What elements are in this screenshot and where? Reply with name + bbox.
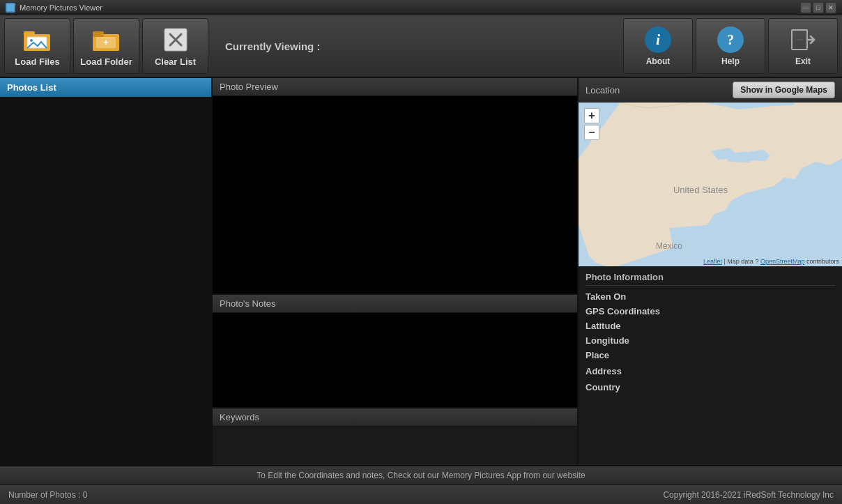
bottom-message: To Edit the Coordinates and notes, Check… xyxy=(257,471,585,480)
taken-on-row: Taken On xyxy=(585,291,835,302)
photos-list-content[interactable] xyxy=(0,98,211,465)
country-row: Country xyxy=(585,382,835,392)
longitude-label: Longitude xyxy=(585,335,669,346)
about-label: About xyxy=(646,56,671,66)
load-folder-button[interactable]: + Load Folder xyxy=(73,18,139,74)
exit-button[interactable]: Exit xyxy=(768,18,838,74)
photos-notes-label: Photo's Notes xyxy=(220,298,276,309)
load-files-label: Load Files xyxy=(15,56,59,67)
help-circle-icon: ? xyxy=(717,26,744,53)
close-button[interactable]: ✕ xyxy=(825,2,836,13)
keywords-label: Keywords xyxy=(220,412,259,422)
place-row: Place xyxy=(585,350,835,360)
photo-preview-label: Photo Preview xyxy=(220,82,278,92)
country-label: Country xyxy=(585,382,669,392)
load-folder-icon: + xyxy=(93,26,121,54)
currently-viewing-label: Currently Viewing : xyxy=(225,40,320,52)
svg-rect-2 xyxy=(24,31,35,37)
load-folder-label: Load Folder xyxy=(80,56,132,67)
contributors-text: contributors xyxy=(806,258,839,265)
window-controls: — □ ✕ xyxy=(800,2,836,13)
exit-icon xyxy=(789,26,817,54)
svg-point-4 xyxy=(30,39,33,42)
toolbar: Load Files + Load Folder Clear List Curr… xyxy=(0,15,842,78)
load-files-button[interactable]: Load Files xyxy=(4,18,70,74)
map-controls: + − xyxy=(584,108,599,140)
help-label: Help xyxy=(721,56,740,66)
svg-text:+: + xyxy=(103,37,109,47)
leaflet-link[interactable]: Leaflet xyxy=(703,258,722,265)
maximize-button[interactable]: □ xyxy=(813,2,824,13)
main-area: Photos List Photo Preview Photo's Notes … xyxy=(0,78,842,465)
clear-list-icon xyxy=(162,26,190,54)
latitude-label: Latitude xyxy=(585,321,669,331)
address-label: Address xyxy=(585,366,669,376)
about-button[interactable]: i About xyxy=(623,18,693,74)
photos-notes-area[interactable] xyxy=(213,313,577,407)
help-icon: ? xyxy=(717,26,744,54)
gps-coordinates-label: GPS Coordinates xyxy=(585,306,669,316)
currently-viewing: Currently Viewing : xyxy=(211,40,620,52)
copyright: Copyright 2016-2021 iRedSoft Technology … xyxy=(663,490,834,500)
clear-list-label: Clear List xyxy=(155,56,196,67)
photo-info-section: Photo Information Taken On GPS Coordinat… xyxy=(579,266,842,465)
show-in-google-maps-button[interactable]: Show in Google Maps xyxy=(733,82,835,98)
photos-list-header: Photos List xyxy=(0,78,211,98)
exit-label: Exit xyxy=(795,56,811,66)
longitude-row: Longitude xyxy=(585,335,835,346)
photo-information-title: Photo Information xyxy=(585,272,835,286)
taken-on-label: Taken On xyxy=(585,291,669,302)
right-panel: Location Show in Google Maps United Stat… xyxy=(579,78,842,465)
photos-list-title: Photos List xyxy=(7,82,56,93)
photo-preview-area xyxy=(213,96,577,293)
map-data-text: | Map data ? xyxy=(724,258,759,265)
status-bar: Number of Photos : 0 Copyright 2016-2021… xyxy=(0,484,842,504)
osm-link[interactable]: OpenStreetMap xyxy=(760,258,805,265)
photos-notes-header: Photo's Notes xyxy=(213,293,577,313)
app-icon xyxy=(6,3,15,13)
photos-count: Number of Photos : 0 xyxy=(8,490,87,500)
place-label: Place xyxy=(585,350,669,360)
map-zoom-in-button[interactable]: + xyxy=(584,108,599,123)
svg-rect-0 xyxy=(7,4,14,11)
app-title: Memory Pictures Viewer xyxy=(20,3,800,12)
svg-text:México: México xyxy=(656,241,682,251)
keywords-area[interactable] xyxy=(213,427,577,465)
map-attribution: Leaflet | Map data ? OpenStreetMap contr… xyxy=(703,258,839,265)
zoom-in-icon: + xyxy=(588,109,595,122)
photos-list-panel: Photos List xyxy=(0,78,213,465)
exit-door-icon xyxy=(790,26,816,53)
gps-coordinates-row: GPS Coordinates xyxy=(585,306,835,316)
keywords-header: Keywords xyxy=(213,407,577,427)
zoom-out-icon: − xyxy=(588,126,595,139)
center-panel: Photo Preview Photo's Notes Keywords xyxy=(213,78,579,465)
minimize-button[interactable]: — xyxy=(800,2,811,13)
bottom-bar: To Edit the Coordinates and notes, Check… xyxy=(0,465,842,484)
location-header-row: Location Show in Google Maps xyxy=(579,78,842,102)
clear-list-button[interactable]: Clear List xyxy=(142,18,208,74)
map-container: United States México + − Leaflet | Map d… xyxy=(579,102,842,266)
load-files-icon xyxy=(24,26,52,54)
svg-rect-6 xyxy=(93,31,104,37)
title-bar: Memory Pictures Viewer — □ ✕ xyxy=(0,0,842,15)
help-button[interactable]: ? Help xyxy=(696,18,765,74)
info-circle-icon: i xyxy=(645,26,671,53)
latitude-row: Latitude xyxy=(585,321,835,331)
map-svg: United States México xyxy=(579,102,842,266)
address-row: Address xyxy=(585,366,835,376)
location-label: Location xyxy=(585,85,620,96)
photo-preview-header: Photo Preview xyxy=(213,78,577,96)
svg-text:United States: United States xyxy=(673,185,728,195)
map-zoom-out-button[interactable]: − xyxy=(584,125,599,140)
about-icon: i xyxy=(644,26,672,54)
